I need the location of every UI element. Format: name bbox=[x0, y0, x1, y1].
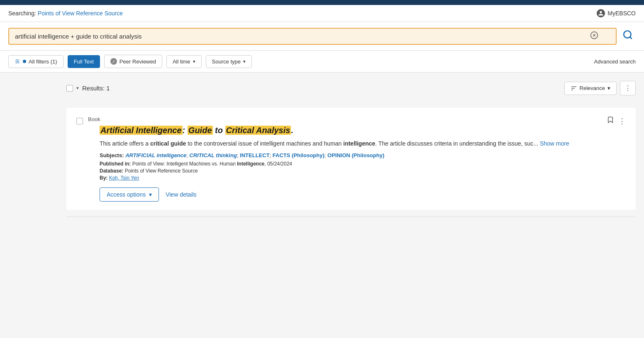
access-options-button[interactable]: Access options ▾ bbox=[100, 187, 159, 202]
subject-link-1[interactable]: ARTIFICIAL intelligence bbox=[125, 152, 186, 158]
title-highlight-4: Critical Analysis bbox=[225, 126, 291, 135]
title-colon: : bbox=[183, 126, 188, 135]
all-time-chevron: ▾ bbox=[193, 59, 195, 64]
filter-dot bbox=[23, 60, 26, 63]
subject-link-2[interactable]: CRITICAL thinking bbox=[189, 152, 237, 158]
advanced-search-link[interactable]: Advanced search bbox=[594, 58, 636, 65]
myebsco-label: MyEBSCO bbox=[607, 10, 636, 17]
search-input[interactable] bbox=[8, 28, 617, 45]
peer-reviewed-label: Peer Reviewed bbox=[120, 58, 156, 65]
all-filters-button[interactable]: All filters (1) bbox=[8, 55, 63, 68]
results-count: Results: 1 bbox=[82, 85, 110, 92]
result-actions: ⋮ bbox=[607, 116, 626, 126]
result-database: Database: Points of View Reference Sourc… bbox=[100, 168, 626, 174]
subject-link-4[interactable]: FACTS (Philosophy) bbox=[273, 152, 324, 158]
sort-chevron: ▾ bbox=[607, 85, 610, 91]
full-text-label: Full Text bbox=[74, 58, 94, 65]
result-description: This article offers a critical guide to … bbox=[100, 139, 626, 148]
source-link[interactable]: Points of View Reference Source bbox=[38, 10, 123, 17]
result-title-link[interactable]: Artificial Intelligence: Guide to Critic… bbox=[100, 126, 293, 135]
title-highlight-1: Artificial Intelligence bbox=[100, 126, 183, 135]
searching-label: Searching: Points of View Reference Sour… bbox=[8, 10, 123, 17]
show-more-link[interactable]: Show more bbox=[540, 140, 569, 147]
results-header: ▾ Results: 1 Relevance ▾ ⋮ bbox=[66, 81, 636, 100]
filters-bar: All filters (1) Full Text ✓ Peer Reviewe… bbox=[0, 51, 644, 73]
result-checkbox[interactable] bbox=[76, 118, 83, 124]
result-subjects: Subjects: ARTIFICIAL intelligence; CRITI… bbox=[100, 152, 626, 158]
searching-text: Searching: bbox=[8, 10, 36, 17]
subjects-label: Subjects: bbox=[100, 152, 124, 158]
peer-reviewed-icon: ✓ bbox=[110, 58, 117, 65]
result-by: By: Koh, Tsin Yen bbox=[100, 175, 626, 181]
full-text-button[interactable]: Full Text bbox=[68, 55, 100, 68]
source-type-label: Source type bbox=[212, 58, 241, 65]
search-clear-button[interactable] bbox=[590, 31, 598, 41]
source-type-button[interactable]: Source type ▾ bbox=[206, 55, 252, 68]
peer-reviewed-button[interactable]: ✓ Peer Reviewed bbox=[104, 55, 162, 68]
results-left: ▾ Results: 1 bbox=[66, 85, 110, 92]
all-time-button[interactable]: All time ▾ bbox=[166, 55, 202, 68]
result-type: Book bbox=[88, 116, 607, 122]
search-bar-section bbox=[0, 22, 644, 51]
top-bar bbox=[0, 0, 644, 5]
sort-relevance-button[interactable]: Relevance ▾ bbox=[564, 82, 617, 95]
result-footer: Access options ▾ View details bbox=[100, 187, 626, 202]
subject-link-5[interactable]: OPINION (Philosophy) bbox=[327, 152, 384, 158]
all-time-label: All time bbox=[173, 58, 190, 65]
results-right: Relevance ▾ ⋮ bbox=[564, 81, 636, 95]
sort-label: Relevance bbox=[580, 85, 605, 91]
author-link[interactable]: Koh, Tsin Yen bbox=[109, 175, 139, 181]
title-part3: to bbox=[213, 126, 225, 135]
bookmark-button[interactable] bbox=[607, 116, 614, 126]
svg-point-3 bbox=[624, 31, 631, 38]
result-published-in: Published in: Points of View: Intelligen… bbox=[100, 161, 626, 167]
by-label: By: bbox=[100, 175, 107, 181]
access-options-label: Access options bbox=[107, 191, 146, 198]
all-filters-label: All filters (1) bbox=[29, 58, 57, 65]
search-input-wrapper bbox=[8, 28, 617, 45]
result-card: Book ⋮ Artificial Intelligence: Guide to… bbox=[66, 108, 636, 210]
user-icon bbox=[597, 9, 605, 17]
header: Searching: Points of View Reference Sour… bbox=[0, 5, 644, 22]
source-type-chevron: ▾ bbox=[243, 59, 246, 64]
database-label: Database: bbox=[100, 168, 123, 174]
title-highlight-2: Guide bbox=[188, 126, 213, 135]
result-row: Book ⋮ Artificial Intelligence: Guide to… bbox=[76, 116, 626, 202]
view-details-link[interactable]: View details bbox=[166, 191, 196, 198]
result-more-button[interactable]: ⋮ bbox=[618, 117, 626, 126]
title-end: . bbox=[291, 126, 293, 135]
svg-line-4 bbox=[630, 37, 632, 39]
access-options-chevron: ▾ bbox=[149, 191, 152, 198]
select-all-checkbox[interactable] bbox=[66, 85, 73, 92]
subject-link-3[interactable]: INTELLECT bbox=[240, 152, 270, 158]
myebsco-button[interactable]: MyEBSCO bbox=[597, 9, 636, 17]
search-submit-button[interactable] bbox=[620, 27, 636, 45]
select-dropdown-arrow[interactable]: ▾ bbox=[76, 85, 79, 91]
result-content: Book ⋮ Artificial Intelligence: Guide to… bbox=[88, 116, 626, 202]
database-value: Points of View Reference Source bbox=[125, 168, 198, 174]
published-in-label: Published in: bbox=[100, 161, 131, 167]
main-content: ▾ Results: 1 Relevance ▾ ⋮ Book bbox=[0, 73, 644, 225]
more-options-button[interactable]: ⋮ bbox=[620, 81, 636, 95]
result-title: Artificial Intelligence: Guide to Critic… bbox=[100, 126, 626, 135]
bottom-divider bbox=[66, 216, 636, 217]
